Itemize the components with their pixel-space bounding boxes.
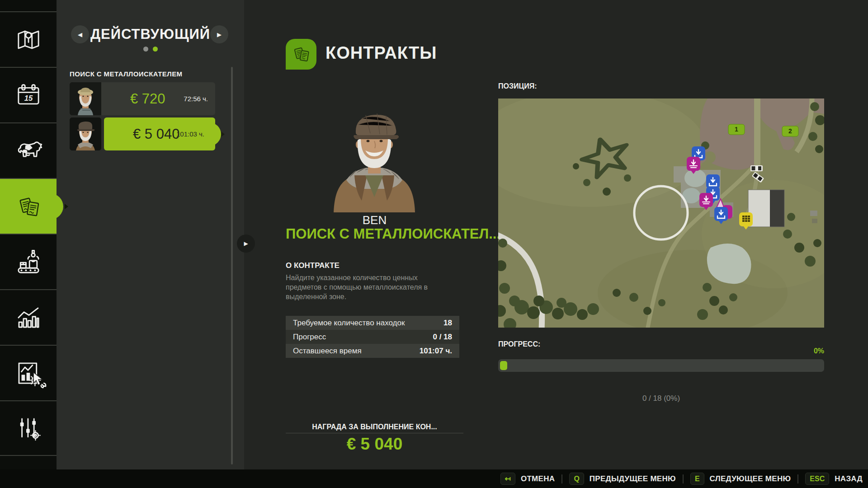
page-dot-active[interactable] xyxy=(153,47,158,52)
contract-group-label: ПОИСК С МЕТАЛЛОИСКАТЕЛЕМ xyxy=(70,70,182,78)
selected-row-arrow-icon xyxy=(221,131,225,137)
contract-list-item[interactable]: € 720 72:56 ч. xyxy=(70,82,215,115)
page-title: КОНТРАКТЫ xyxy=(326,43,437,63)
pond-small xyxy=(684,169,706,187)
e-key-icon: E xyxy=(690,473,704,485)
action-label: ПРЕДЫДУЩЕЕ МЕНЮ xyxy=(590,474,676,483)
calendar-icon: 15 xyxy=(14,81,42,109)
esc-key-icon: ESC xyxy=(805,473,829,485)
contract-zone-ring xyxy=(634,186,688,239)
contract-price: € 5 040 xyxy=(133,126,179,142)
previous-menu-action[interactable]: Q ПРЕДЫДУЩЕЕ МЕНЮ xyxy=(569,473,676,485)
about-section-label: О КОНТРАКТЕ xyxy=(286,261,340,270)
sidebar-item-finances[interactable] xyxy=(0,345,57,400)
npc-portrait xyxy=(311,90,438,212)
contracts-icon xyxy=(14,192,42,221)
table-row: Прогресс 0 / 18 xyxy=(286,330,459,344)
field-badge-2: 2 xyxy=(788,127,792,135)
reward-value: € 5 040 xyxy=(286,435,463,454)
action-label: НАЗАД xyxy=(835,474,863,483)
table-row: Требуемое количество находок 18 xyxy=(286,316,459,330)
contract-title: ПОИСК С МЕТАЛЛОИСКАТЕЛ... xyxy=(286,226,463,242)
npc-avatar xyxy=(70,82,101,115)
map-icon xyxy=(14,26,42,54)
contract-time-left: 72:56 ч. xyxy=(184,95,208,103)
sidebar-item-statistics[interactable] xyxy=(0,289,57,345)
divider xyxy=(797,474,798,483)
cancel-action[interactable]: ↤ ОТМЕНА xyxy=(500,473,555,485)
contract-time-left: 101:03 ч. xyxy=(176,130,204,138)
panel-expander-button[interactable]: ▶ xyxy=(237,235,255,253)
sidebar-item-map[interactable] xyxy=(0,11,57,67)
progress-bar-fill xyxy=(500,361,507,370)
field-badge-1: 1 xyxy=(735,126,738,133)
progress-percent: 0% xyxy=(498,347,824,355)
action-label: СЛЕДУЮЩЕЕ МЕНЮ xyxy=(710,474,791,483)
sidebar: 15 xyxy=(0,0,57,470)
backspace-key-icon: ↤ xyxy=(500,473,515,485)
table-row: Оставшееся время 101:07 ч. xyxy=(286,344,459,358)
reward-divider xyxy=(286,433,463,433)
page-dots xyxy=(57,47,244,52)
production-icon xyxy=(14,248,42,276)
sidebar-item-production[interactable] xyxy=(0,234,57,289)
npc-avatar xyxy=(70,117,101,150)
contract-map[interactable]: 1 2 xyxy=(498,99,824,328)
sidebar-item-contracts[interactable] xyxy=(0,178,57,234)
page-dot[interactable] xyxy=(143,47,148,52)
row-value: 18 xyxy=(443,319,452,328)
row-label: Оставшееся время xyxy=(293,347,420,356)
contract-list-item-selected[interactable]: € 5 040 101:03 ч. xyxy=(70,117,215,150)
cow-icon xyxy=(14,137,42,165)
row-label: Прогресс xyxy=(293,333,433,342)
contracts-bubble-icon xyxy=(286,39,316,70)
contract-info-table: Требуемое количество находок 18 Прогресс… xyxy=(286,316,459,358)
sidebar-item-settings[interactable] xyxy=(0,400,57,456)
row-value: 0 / 18 xyxy=(433,333,452,342)
contract-price: € 720 xyxy=(130,91,165,107)
contract-list-panel: ◀ ▶ ДЕЙСТВУЮЩИЙ ПОИСК С МЕТАЛЛОИСКАТЕЛЕМ xyxy=(57,0,244,470)
list-title: ДЕЙСТВУЮЩИЙ xyxy=(57,26,244,42)
progress-caption: 0 / 18 (0%) xyxy=(498,394,824,403)
npc-name: BEN xyxy=(286,213,463,227)
svg-text:15: 15 xyxy=(24,94,33,103)
selected-row-bump xyxy=(209,122,221,146)
reward-label: НАГРАДА ЗА ВЫПОЛНЕНИЕ КОН... xyxy=(286,423,463,431)
contracts-screen: 15 xyxy=(0,0,868,488)
contract-description: Найдите указанное количество ценных пред… xyxy=(286,273,453,301)
chevron-right-icon: ▶ xyxy=(244,240,248,247)
back-action[interactable]: ESC НАЗАД xyxy=(805,473,863,485)
q-key-icon: Q xyxy=(569,473,584,485)
sidebar-item-calendar[interactable]: 15 xyxy=(0,67,57,122)
position-label: ПОЗИЦИЯ: xyxy=(498,82,537,90)
bottom-keybar: ↤ ОТМЕНА Q ПРЕДЫДУЩЕЕ МЕНЮ E СЛЕДУЮЩЕЕ М… xyxy=(0,469,868,488)
divider xyxy=(561,474,562,483)
finances-icon xyxy=(14,359,42,387)
sidebar-item-animals[interactable] xyxy=(0,122,57,178)
action-label: ОТМЕНА xyxy=(521,474,555,483)
row-label: Требуемое количество находок xyxy=(293,319,443,328)
settings-icon xyxy=(14,414,42,442)
next-menu-action[interactable]: E СЛЕДУЮЩЕЕ МЕНЮ xyxy=(690,473,791,485)
active-tab-arrow-icon xyxy=(65,204,68,209)
divider xyxy=(683,474,684,483)
statistics-icon xyxy=(14,304,42,332)
progress-bar xyxy=(498,359,824,372)
row-value: 101:07 ч. xyxy=(420,347,452,356)
list-scrollbar[interactable] xyxy=(231,67,233,465)
